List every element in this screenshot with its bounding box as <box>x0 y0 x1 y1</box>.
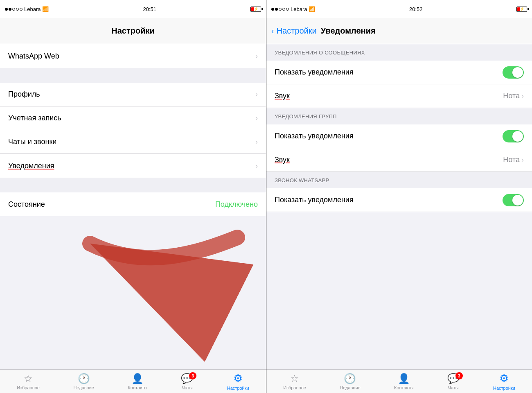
sound-msg-label: Звук <box>275 92 290 100</box>
show-notif-call-label: Показать уведомления <box>275 196 354 204</box>
settings-group-1: WhatsApp Web › <box>0 44 266 68</box>
status-left-r: Lebara 📶 <box>271 6 315 12</box>
tab-settings-left[interactable]: ⚙ Настройки <box>227 372 249 391</box>
chevron-whatsappweb: › <box>255 52 258 61</box>
tab-contacts-label: Контакты <box>128 385 147 390</box>
chevron-sound-grp: › <box>521 156 524 164</box>
back-label[interactable]: Настройки <box>277 26 317 36</box>
status-right-r: ⚡ <box>516 7 527 12</box>
chevron-account: › <box>255 114 258 122</box>
tab-bar-right: ☆ Избранное 🕐 Недавние 👤 Контакты 💬 3 Ча… <box>266 369 532 393</box>
calls-section-items: Показать уведомления <box>266 188 532 212</box>
separator-2 <box>0 178 266 192</box>
separator-1 <box>0 68 266 83</box>
tab-bar-left: ☆ Избранное 🕐 Недавние 👤 Контакты 💬 3 Ча… <box>0 369 266 393</box>
settings-item-notifications[interactable]: Уведомления › <box>0 154 266 178</box>
tab-contacts-left[interactable]: 👤 Контакты <box>128 373 147 390</box>
battery-bolt-r: ⚡ <box>520 7 524 11</box>
tab-favorites-label-r: Избранное <box>283 385 306 390</box>
rdot3 <box>279 8 282 11</box>
rdot1 <box>271 8 274 11</box>
settings-item-status[interactable]: Состояние Подключено <box>0 192 266 216</box>
section-header-calls: ЗВОНОК WHATSAPP <box>266 172 532 188</box>
settings-item-profile[interactable]: Профиль › <box>0 83 266 106</box>
gear-icon-left: ⚙ <box>233 372 243 385</box>
section-header-messages: УВЕДОМЛЕНИЯ О СООБЩЕНИЯХ <box>266 44 532 61</box>
toggle-show-calls[interactable] <box>503 194 524 206</box>
show-notif-msg-label: Показать уведомления <box>275 68 354 77</box>
messages-section-items: Показать уведомления Звук Нота › <box>266 61 532 108</box>
dot4 <box>16 8 19 11</box>
notif-sound-groups[interactable]: Звук Нота › <box>266 148 532 172</box>
nav-bar-left: Настройки <box>0 18 266 44</box>
clock-icon-r: 🕐 <box>344 373 356 384</box>
tab-settings-label-r: Настройки <box>493 386 515 391</box>
chevron-notifications: › <box>255 162 258 170</box>
account-label: Учетная запись <box>8 114 61 122</box>
tab-favorites-label: Избранное <box>17 385 40 390</box>
rdot5 <box>286 8 289 11</box>
signal-dots <box>5 8 23 11</box>
tab-settings-right[interactable]: ⚙ Настройки <box>493 372 515 391</box>
battery-icon-left: ⚡ <box>250 7 261 12</box>
notifications-content: УВЕДОМЛЕНИЯ О СООБЩЕНИЯХ Показать уведом… <box>266 44 532 369</box>
tab-favorites-left[interactable]: ☆ Избранное <box>17 373 40 390</box>
tab-contacts-right[interactable]: 👤 Контакты <box>394 373 414 390</box>
status-bar-right: Lebara 📶 20:52 ⚡ <box>266 0 532 18</box>
chevron-chats: › <box>255 138 258 146</box>
tab-recents-left[interactable]: 🕐 Недавние <box>73 373 94 390</box>
sound-grp-label: Звук <box>275 156 290 164</box>
groups-section-label: УВЕДОМЛЕНИЯ ГРУПП <box>275 113 337 120</box>
right-phone-panel: Lebara 📶 20:52 ⚡ ‹ Настройки Уведомления… <box>266 0 532 393</box>
settings-item-account[interactable]: Учетная запись › <box>0 106 266 130</box>
messages-section-label: УВЕДОМЛЕНИЯ О СООБЩЕНИЯХ <box>275 50 365 56</box>
notif-sound-messages[interactable]: Звук Нота › <box>266 84 532 108</box>
show-notif-grp-label: Показать уведомления <box>275 132 354 140</box>
tab-contacts-label-r: Контакты <box>394 385 414 390</box>
toggle-show-messages[interactable] <box>503 66 524 79</box>
wifi-icon-left: 📶 <box>42 6 49 12</box>
carrier-right: Lebara <box>291 6 307 12</box>
status-value: Подключено <box>215 200 258 209</box>
person-icon: 👤 <box>131 373 144 384</box>
tab-settings-label: Настройки <box>227 386 249 391</box>
nav-bar-right: ‹ Настройки Уведомления <box>266 18 532 44</box>
tab-chats-label-r: Чаты <box>448 385 459 390</box>
status-left: Lebara 📶 <box>5 6 49 12</box>
whatsappweb-label: WhatsApp Web <box>8 52 59 61</box>
settings-group-3: Состояние Подключено <box>0 192 266 216</box>
page-title-right: Уведомления <box>321 26 376 36</box>
time-right: 20:52 <box>409 6 423 12</box>
settings-item-chats[interactable]: Чаты и звонки › <box>0 130 266 154</box>
page-title-left: Настройки <box>111 26 155 36</box>
status-bar-left: Lebara 📶 20:51 ⚡ <box>0 0 266 18</box>
carrier-left: Lebara <box>24 6 41 12</box>
tab-recents-right[interactable]: 🕐 Недавние <box>340 373 361 390</box>
star-icon-r: ☆ <box>290 373 299 384</box>
dot5 <box>20 8 23 11</box>
tab-favorites-right[interactable]: ☆ Избранное <box>283 373 306 390</box>
tab-chats-label: Чаты <box>182 385 192 390</box>
notif-show-groups[interactable]: Показать уведомления <box>266 124 532 148</box>
chats-label: Чаты и звонки <box>8 138 56 146</box>
tab-chats-right[interactable]: 💬 3 Чаты <box>447 373 460 390</box>
notif-show-messages[interactable]: Показать уведомления <box>266 61 532 84</box>
person-icon-r: 👤 <box>398 373 410 384</box>
battery-icon-right: ⚡ <box>516 7 527 12</box>
sound-grp-value-container: Нота › <box>503 156 524 164</box>
notif-show-calls[interactable]: Показать уведомления <box>266 188 532 212</box>
time-left: 20:51 <box>143 6 156 12</box>
settings-group-2: Профиль › Учетная запись › Чаты и звонки… <box>0 83 266 178</box>
chats-badge-right: 3 <box>455 372 463 379</box>
rdot4 <box>282 8 285 11</box>
gear-icon-right: ⚙ <box>499 372 509 385</box>
calls-section-label: ЗВОНОК WHATSAPP <box>275 177 329 183</box>
toggle-show-groups[interactable] <box>503 130 524 142</box>
notifications-label: Уведомления <box>8 162 54 170</box>
wifi-icon-right: 📶 <box>309 6 315 12</box>
left-phone-panel: Lebara 📶 20:51 ⚡ Настройки WhatsApp Web … <box>0 0 266 393</box>
settings-item-whatsappweb[interactable]: WhatsApp Web › <box>0 44 266 68</box>
tab-chats-left[interactable]: 💬 3 Чаты <box>181 373 193 390</box>
sound-msg-value: Нота <box>503 92 520 100</box>
sound-grp-value: Нота <box>503 156 520 164</box>
